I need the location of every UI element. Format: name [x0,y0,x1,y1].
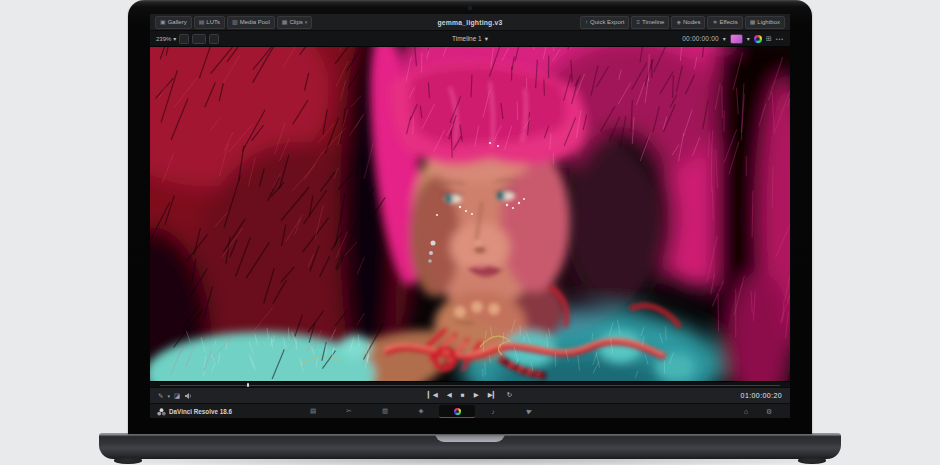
davinci-resolve-window: ▣ Gallery ▤ LUTs ▥ Media Pool ▦ Clips ▾ … [150,14,790,418]
page-bar: DaVinci Resolve 18.6 ▤ ✂ ▥ ◈ [150,403,790,418]
clips-label: Clips [289,19,302,25]
lightbox-label: Lightbox [757,19,780,25]
timeline-timecode: 01:00:00:20 [741,392,782,399]
luts-label: LUTs [206,19,220,25]
top-toolbar: ▣ Gallery ▤ LUTs ▥ Media Pool ▦ Clips ▾ … [150,14,790,31]
timeline-label: Timeline [642,19,664,25]
chevron-down-icon: ▾ [485,35,488,43]
step-back-button[interactable]: ◀ [447,392,452,399]
tab-media[interactable]: ▤ [295,405,331,417]
fairlight-page-icon: ♪ [491,408,494,415]
lightbox-icon: ▦ [750,19,756,25]
page-tabs: ▤ ✂ ▥ ◈ ♪ ▶ [295,405,547,418]
laptop-foot-right [798,457,826,464]
deliver-page-icon: ▶ [525,406,532,415]
chevron-down-icon: ▾ [167,393,170,399]
edit-page-icon: ▥ [382,407,388,415]
home-button[interactable]: ⌂ [744,404,748,419]
home-icon: ⌂ [744,408,748,415]
webcam-icon [468,6,472,10]
settings-button[interactable]: ⚙ [766,404,772,419]
tab-fusion[interactable]: ◈ [403,405,439,417]
tab-fairlight[interactable]: ♪ [475,405,511,417]
media-pool-button[interactable]: ▥ Media Pool [227,16,275,29]
viewer-toggle-3[interactable] [209,34,219,44]
expand-grid-icon[interactable]: ⊞ [766,35,772,42]
audio-mute-icon[interactable] [184,392,192,400]
image-wipe-icon[interactable]: ◪ [174,392,180,400]
quick-export-icon: ↑ [585,19,588,25]
quick-export-label: Quick Export [590,19,624,25]
viewer-toggle-1[interactable] [179,34,189,44]
viewer-header: 239% ▾ Timeline 1 ▾ 00:00:00:00 ▾ ▾ ⊞ ••… [150,31,790,47]
tab-color[interactable] [439,405,475,418]
effects-icon: ∗ [712,19,717,25]
loop-button[interactable]: ↻ [507,392,512,399]
stop-button[interactable]: ■ [461,392,465,399]
skip-to-end-button[interactable]: ▶▎ [488,392,498,399]
onscreen-controls-icon[interactable]: ✎ [158,392,163,400]
davinci-resolve-logo [157,408,166,416]
gallery-button[interactable]: ▣ Gallery [155,16,192,29]
tab-edit[interactable]: ▥ [367,405,403,417]
options-ellipsis-icon[interactable]: ••• [776,36,784,42]
media-page-icon: ▤ [310,407,316,415]
viewer-zoom-select[interactable]: 239% ▾ [156,35,176,42]
project-title: gemma_lighting.v3 [438,19,503,26]
tab-deliver[interactable]: ▶ [511,405,547,417]
gallery-label: Gallery [168,19,187,25]
media-pool-icon: ▥ [232,19,238,25]
viewer-toggle-2[interactable] [192,34,206,44]
scrub-track[interactable] [160,385,780,386]
lid-scoop [435,433,505,442]
lightbox-button[interactable]: ▦ Lightbox [745,16,785,29]
toolbar-left-group: ▣ Gallery ▤ LUTs ▥ Media Pool ▦ Clips ▾ [155,16,312,29]
laptop-base [99,433,841,459]
source-timecode[interactable]: 00:00:00:00 [682,35,719,42]
viewer-image[interactable] [150,47,790,381]
effects-button[interactable]: ∗ Effects [707,16,742,29]
nodes-icon: ◈ [676,19,681,25]
play-button[interactable]: ▶ [474,392,479,399]
gallery-still-icon[interactable] [730,34,743,44]
chevron-down-icon: ▾ [305,19,308,25]
timeline-button[interactable]: ≡ Timeline [631,16,669,29]
gallery-icon: ▣ [160,19,166,25]
stage: ▣ Gallery ▤ LUTs ▥ Media Pool ▦ Clips ▾ … [0,0,940,465]
chevron-down-icon: ▾ [173,35,176,42]
color-wheel-icon[interactable] [754,35,762,43]
clips-button[interactable]: ▦ Clips ▾ [277,16,313,29]
media-pool-label: Media Pool [240,19,270,25]
nodes-button[interactable]: ◈ Nodes [671,16,705,29]
cut-page-icon: ✂ [346,407,351,415]
timeline-selector-label: Timeline 1 [452,35,482,42]
gear-icon: ⚙ [766,408,772,416]
skip-to-start-button[interactable]: ▎◀ [428,392,438,399]
app-version-label: DaVinci Resolve 18.6 [169,408,232,415]
effects-label: Effects [719,19,737,25]
timeline-icon: ≡ [636,19,640,25]
luts-icon: ▤ [199,19,205,25]
transport-bar: ✎ ▾ ◪ ▎◀ ◀ ■ ▶ ▶▎ ↻ 01:00:00:20 [150,387,790,403]
tab-cut[interactable]: ✂ [331,405,367,417]
fusion-page-icon: ◈ [419,407,424,415]
timeline-selector[interactable]: Timeline 1 ▾ [452,35,488,43]
luts-button[interactable]: ▤ LUTs [194,16,225,29]
chevron-down-icon: ▾ [723,35,726,42]
nodes-label: Nodes [683,19,700,25]
toolbar-right-group: ↑ Quick Export ≡ Timeline ◈ Nodes ∗ Effe… [580,16,785,29]
quick-export-button[interactable]: ↑ Quick Export [580,16,629,29]
color-page-icon [454,408,461,415]
chevron-down-icon: ▾ [747,35,750,42]
laptop-foot-left [114,457,142,464]
clips-icon: ▦ [282,19,288,25]
viewer-zoom-value: 239% [156,36,171,42]
